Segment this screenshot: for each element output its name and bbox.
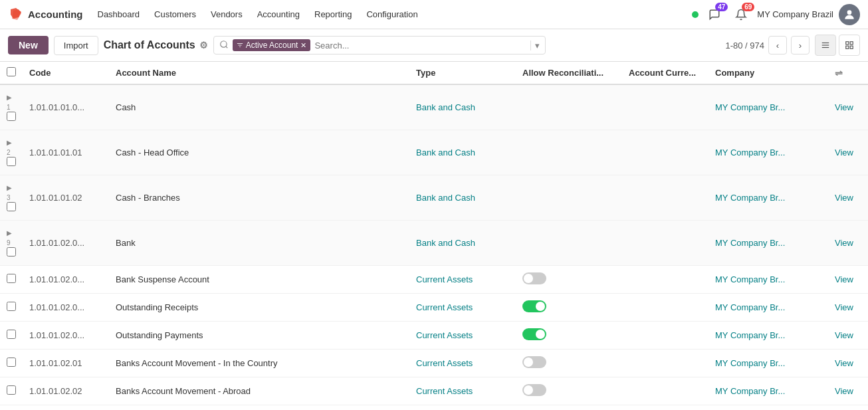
row-checkbox[interactable]: [7, 157, 16, 166]
import-button[interactable]: Import: [54, 36, 98, 55]
search-dropdown-icon[interactable]: ▾: [530, 41, 540, 51]
row-type: Current Assets: [409, 294, 516, 322]
messages-button[interactable]: 47: [704, 4, 725, 25]
row-account-name: Outstanding Payments: [109, 322, 409, 350]
row-currency: [622, 221, 708, 266]
row-reconcile: [516, 350, 622, 377]
new-button[interactable]: New: [8, 36, 49, 54]
view-link[interactable]: View: [835, 330, 853, 340]
top-nav: Accounting Dashboard Customers Vendors A…: [0, 0, 868, 29]
row-company: MY Company Br...: [708, 84, 828, 130]
list-view-button[interactable]: [815, 35, 836, 56]
notifications-button[interactable]: 69: [730, 4, 752, 25]
group-expand-icon[interactable]: ▶ 9: [7, 229, 13, 247]
nav-configuration[interactable]: Configuration: [360, 5, 424, 23]
notifications-badge: 69: [742, 3, 754, 11]
row-reconcile: [516, 405, 622, 409]
row-view-cell: View: [828, 221, 868, 266]
row-account-name: Banks Account Movement - Abroad: [109, 377, 409, 405]
row-code: 1.01.01.02.02: [23, 377, 109, 405]
th-company[interactable]: Company: [708, 62, 828, 84]
pagination-next-button[interactable]: ›: [791, 36, 810, 54]
row-view-cell: View: [828, 175, 868, 221]
group-expand-icon[interactable]: ▶ 2: [7, 139, 13, 156]
row-currency: [622, 405, 708, 409]
reconcile-toggle[interactable]: [522, 356, 546, 368]
row-code: 1.01.01.02.0...: [23, 322, 109, 350]
row-checkbox-cell: [0, 350, 23, 377]
pagination: 1-80 / 974 ‹ ›: [725, 36, 810, 54]
row-checkbox[interactable]: [7, 112, 16, 121]
table-row: ▶ 9 1.01.01.02.0... Bank Bank and Cash M…: [0, 221, 868, 266]
row-checkbox[interactable]: [7, 358, 16, 367]
th-name[interactable]: Account Name: [109, 62, 409, 84]
group-expand-icon[interactable]: ▶ 1: [7, 94, 13, 111]
row-view-cell: View: [828, 84, 868, 130]
view-link[interactable]: View: [835, 302, 853, 312]
page-title: Chart of Accounts ⚙: [104, 39, 208, 51]
row-checkbox-cell: [0, 377, 23, 405]
row-currency: [622, 84, 708, 130]
th-currency[interactable]: Account Curre...: [622, 62, 708, 84]
toolbar: New Import Chart of Accounts ⚙ Active Ac…: [0, 29, 868, 62]
settings-icon[interactable]: ⚙: [199, 40, 208, 51]
row-company: MY Company Br...: [708, 130, 828, 175]
table-header-row: Code Account Name Type Allow Reconciliat…: [0, 62, 868, 84]
nav-vendors[interactable]: Vendors: [204, 5, 249, 23]
user-avatar[interactable]: [839, 4, 860, 25]
th-reconcile[interactable]: Allow Reconciliati...: [516, 62, 622, 84]
search-input[interactable]: [314, 41, 526, 51]
view-link[interactable]: View: [835, 358, 853, 368]
row-company: MY Company Br...: [708, 294, 828, 322]
table-row: 1.01.01.04.01 Cash in Transit Receivable…: [0, 405, 868, 409]
th-type[interactable]: Type: [409, 62, 516, 84]
row-reconcile: [516, 221, 622, 266]
row-checkbox[interactable]: [7, 385, 16, 395]
table-row: 1.01.01.02.01 Banks Account Movement - I…: [0, 350, 868, 377]
reconcile-toggle[interactable]: [522, 384, 546, 396]
select-all-checkbox[interactable]: [7, 67, 16, 76]
row-checkbox[interactable]: [7, 247, 16, 256]
row-checkbox[interactable]: [7, 202, 16, 211]
th-adjust[interactable]: ⇌: [828, 62, 868, 84]
nav-reporting[interactable]: Reporting: [308, 5, 358, 23]
filter-close-icon[interactable]: ✕: [300, 41, 306, 50]
row-type: Receivable: [409, 405, 516, 409]
row-reconcile: [516, 294, 622, 322]
row-checkbox-cell: [0, 322, 23, 350]
row-checkbox[interactable]: [7, 274, 16, 283]
nav-accounting[interactable]: Accounting: [251, 5, 306, 23]
th-code[interactable]: Code: [23, 62, 109, 84]
select-all-header[interactable]: [0, 62, 23, 84]
row-view-cell: View: [828, 130, 868, 175]
group-expand-icon[interactable]: ▶ 3: [7, 184, 13, 201]
row-checkbox-cell: ▶ 3: [0, 175, 23, 221]
reconcile-toggle[interactable]: [522, 300, 546, 312]
column-adjust-icon[interactable]: ⇌: [835, 68, 843, 78]
kanban-view-button[interactable]: [839, 35, 860, 56]
view-link[interactable]: View: [835, 148, 853, 157]
row-code: 1.01.01.01.02: [23, 175, 109, 221]
nav-dashboard[interactable]: Dashboard: [91, 5, 147, 23]
nav-customers[interactable]: Customers: [148, 5, 203, 23]
reconcile-toggle[interactable]: [522, 328, 546, 340]
pagination-prev-button[interactable]: ‹: [768, 36, 787, 54]
view-link[interactable]: View: [835, 386, 853, 396]
row-company: MY Company Br...: [708, 377, 828, 405]
view-link[interactable]: View: [835, 274, 853, 284]
view-link[interactable]: View: [835, 102, 853, 112]
row-currency: [622, 130, 708, 175]
row-code: 1.01.01.04.01: [23, 405, 109, 409]
table-row: 1.01.01.02.0... Bank Suspense Account Cu…: [0, 266, 868, 294]
row-currency: [622, 350, 708, 377]
reconcile-toggle[interactable]: [522, 272, 546, 284]
app-name: Accounting: [28, 9, 83, 20]
view-link[interactable]: View: [835, 193, 853, 203]
view-link[interactable]: View: [835, 238, 853, 248]
row-checkbox[interactable]: [7, 302, 16, 311]
row-checkbox[interactable]: [7, 330, 16, 339]
svg-line-2: [225, 46, 227, 48]
active-account-filter[interactable]: Active Account ✕: [233, 39, 311, 51]
accounts-table: Code Account Name Type Allow Reconciliat…: [0, 62, 868, 408]
row-code: 1.01.01.02.01: [23, 350, 109, 377]
